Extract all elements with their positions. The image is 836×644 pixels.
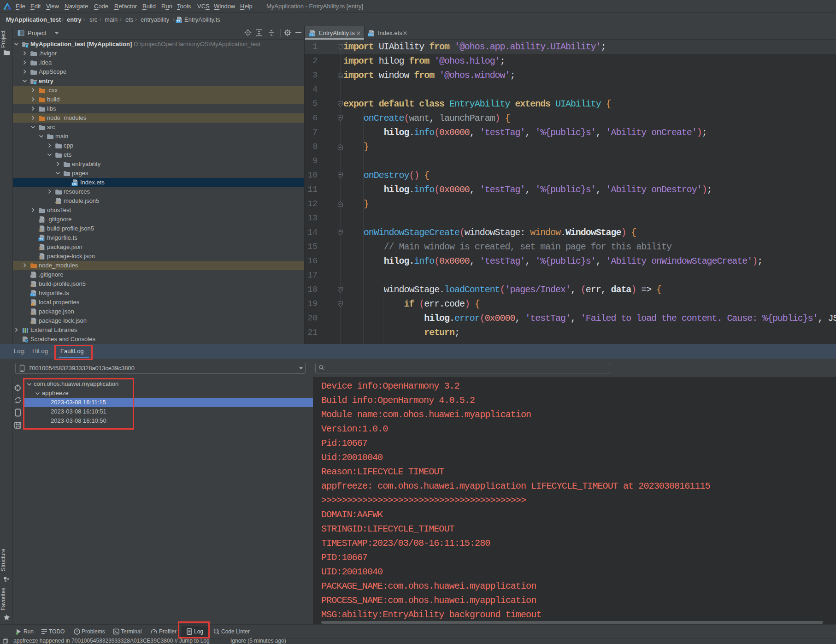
svg-text:TS: TS <box>31 293 35 296</box>
svg-text:TS: TS <box>177 20 180 23</box>
svg-text:ETS: ETS <box>72 183 77 185</box>
svg-text:TS: TS <box>39 238 43 241</box>
svg-text:TS: TS <box>310 33 313 36</box>
svg-text:ETS: ETS <box>368 33 373 36</box>
